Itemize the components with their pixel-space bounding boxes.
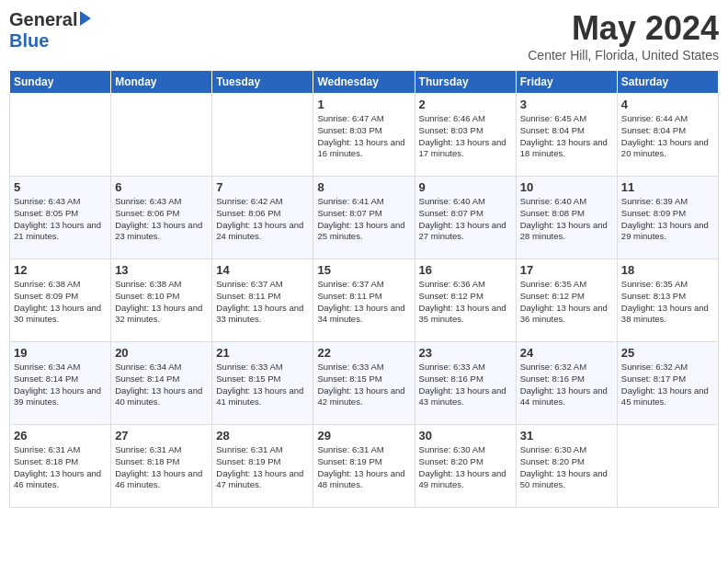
cell-detail: Sunrise: 6:33 AM Sunset: 8:15 PM Dayligh… <box>216 362 309 408</box>
day-number: 14 <box>216 263 309 277</box>
cell-detail: Sunrise: 6:33 AM Sunset: 8:16 PM Dayligh… <box>419 362 512 408</box>
day-header-tuesday: Tuesday <box>212 71 313 94</box>
day-number: 18 <box>621 263 714 277</box>
calendar-cell: 8Sunrise: 6:41 AM Sunset: 8:07 PM Daylig… <box>313 177 415 259</box>
cell-detail: Sunrise: 6:30 AM Sunset: 8:20 PM Dayligh… <box>520 444 613 491</box>
calendar-cell: 23Sunrise: 6:33 AM Sunset: 8:16 PM Dayli… <box>415 342 516 425</box>
cell-detail: Sunrise: 6:45 AM Sunset: 8:04 PM Dayligh… <box>520 113 613 160</box>
calendar-cell: 3Sunrise: 6:45 AM Sunset: 8:04 PM Daylig… <box>516 94 617 177</box>
calendar-cell: 2Sunrise: 6:46 AM Sunset: 8:03 PM Daylig… <box>415 94 516 177</box>
calendar-cell: 11Sunrise: 6:39 AM Sunset: 8:09 PM Dayli… <box>617 177 718 259</box>
calendar-cell: 20Sunrise: 6:34 AM Sunset: 8:14 PM Dayli… <box>111 342 212 425</box>
day-number: 15 <box>317 263 410 277</box>
day-number: 17 <box>520 263 613 277</box>
day-number: 8 <box>317 180 410 194</box>
calendar-cell: 30Sunrise: 6:30 AM Sunset: 8:20 PM Dayli… <box>415 425 516 508</box>
day-number: 4 <box>621 98 714 111</box>
week-row: 12Sunrise: 6:38 AM Sunset: 8:09 PM Dayli… <box>10 259 719 342</box>
cell-detail: Sunrise: 6:40 AM Sunset: 8:08 PM Dayligh… <box>520 196 613 243</box>
cell-detail: Sunrise: 6:47 AM Sunset: 8:03 PM Dayligh… <box>317 113 410 160</box>
calendar-cell: 26Sunrise: 6:31 AM Sunset: 8:18 PM Dayli… <box>10 425 111 508</box>
cell-detail: Sunrise: 6:31 AM Sunset: 8:18 PM Dayligh… <box>115 444 208 491</box>
calendar-cell: 25Sunrise: 6:32 AM Sunset: 8:17 PM Dayli… <box>617 342 718 425</box>
day-number: 13 <box>115 263 208 277</box>
logo-arrow-icon <box>80 11 91 26</box>
day-number: 26 <box>14 429 107 442</box>
day-number: 21 <box>216 346 309 360</box>
day-number: 25 <box>621 346 714 360</box>
day-number: 16 <box>419 263 512 277</box>
calendar-cell: 28Sunrise: 6:31 AM Sunset: 8:19 PM Dayli… <box>212 425 313 508</box>
day-header-friday: Friday <box>516 71 617 94</box>
week-row: 26Sunrise: 6:31 AM Sunset: 8:18 PM Dayli… <box>10 425 719 508</box>
calendar-cell: 19Sunrise: 6:34 AM Sunset: 8:14 PM Dayli… <box>10 342 111 425</box>
calendar-cell: 24Sunrise: 6:32 AM Sunset: 8:16 PM Dayli… <box>516 342 617 425</box>
day-number: 20 <box>115 346 208 360</box>
title-area: May 2024 Center Hill, Florida, United St… <box>528 9 719 63</box>
cell-detail: Sunrise: 6:42 AM Sunset: 8:06 PM Dayligh… <box>216 196 309 243</box>
calendar-cell: 10Sunrise: 6:40 AM Sunset: 8:08 PM Dayli… <box>516 177 617 259</box>
cell-detail: Sunrise: 6:38 AM Sunset: 8:10 PM Dayligh… <box>115 279 208 326</box>
calendar-cell: 7Sunrise: 6:42 AM Sunset: 8:06 PM Daylig… <box>212 177 313 259</box>
day-number: 22 <box>317 346 410 360</box>
day-number: 9 <box>419 180 512 194</box>
calendar-cell <box>111 94 212 177</box>
calendar-cell: 17Sunrise: 6:35 AM Sunset: 8:12 PM Dayli… <box>516 259 617 342</box>
day-number: 27 <box>115 429 208 442</box>
page-header: General Blue May 2024 Center Hill, Flori… <box>9 9 719 63</box>
cell-detail: Sunrise: 6:34 AM Sunset: 8:14 PM Dayligh… <box>115 362 208 408</box>
cell-detail: Sunrise: 6:46 AM Sunset: 8:03 PM Dayligh… <box>419 113 512 160</box>
day-number: 3 <box>520 98 613 111</box>
day-header-saturday: Saturday <box>617 71 718 94</box>
cell-detail: Sunrise: 6:38 AM Sunset: 8:09 PM Dayligh… <box>14 279 107 326</box>
week-row: 5Sunrise: 6:43 AM Sunset: 8:05 PM Daylig… <box>10 177 719 259</box>
cell-detail: Sunrise: 6:32 AM Sunset: 8:16 PM Dayligh… <box>520 362 613 408</box>
cell-detail: Sunrise: 6:36 AM Sunset: 8:12 PM Dayligh… <box>419 279 512 326</box>
day-number: 31 <box>520 429 613 442</box>
calendar-cell <box>212 94 313 177</box>
cell-detail: Sunrise: 6:43 AM Sunset: 8:06 PM Dayligh… <box>115 196 208 243</box>
calendar-cell: 1Sunrise: 6:47 AM Sunset: 8:03 PM Daylig… <box>313 94 415 177</box>
day-number: 5 <box>14 180 107 194</box>
month-title: May 2024 <box>528 9 719 48</box>
cell-detail: Sunrise: 6:30 AM Sunset: 8:20 PM Dayligh… <box>419 444 512 491</box>
calendar-cell: 4Sunrise: 6:44 AM Sunset: 8:04 PM Daylig… <box>617 94 718 177</box>
cell-detail: Sunrise: 6:41 AM Sunset: 8:07 PM Dayligh… <box>317 196 410 243</box>
day-number: 1 <box>317 98 410 111</box>
cell-detail: Sunrise: 6:31 AM Sunset: 8:19 PM Dayligh… <box>216 444 309 491</box>
day-number: 29 <box>317 429 410 442</box>
calendar-cell <box>10 94 111 177</box>
calendar-cell: 5Sunrise: 6:43 AM Sunset: 8:05 PM Daylig… <box>10 177 111 259</box>
calendar-table: SundayMondayTuesdayWednesdayThursdayFrid… <box>9 70 719 508</box>
cell-detail: Sunrise: 6:34 AM Sunset: 8:14 PM Dayligh… <box>14 362 107 408</box>
calendar-cell: 27Sunrise: 6:31 AM Sunset: 8:18 PM Dayli… <box>111 425 212 508</box>
day-number: 10 <box>520 180 613 194</box>
calendar-cell: 31Sunrise: 6:30 AM Sunset: 8:20 PM Dayli… <box>516 425 617 508</box>
logo-blue: Blue <box>9 30 49 52</box>
calendar-cell: 15Sunrise: 6:37 AM Sunset: 8:11 PM Dayli… <box>313 259 415 342</box>
calendar-cell: 21Sunrise: 6:33 AM Sunset: 8:15 PM Dayli… <box>212 342 313 425</box>
week-row: 19Sunrise: 6:34 AM Sunset: 8:14 PM Dayli… <box>10 342 719 425</box>
calendar-cell: 12Sunrise: 6:38 AM Sunset: 8:09 PM Dayli… <box>10 259 111 342</box>
cell-detail: Sunrise: 6:43 AM Sunset: 8:05 PM Dayligh… <box>14 196 107 243</box>
header-row: SundayMondayTuesdayWednesdayThursdayFrid… <box>10 71 719 94</box>
cell-detail: Sunrise: 6:37 AM Sunset: 8:11 PM Dayligh… <box>317 279 410 326</box>
cell-detail: Sunrise: 6:35 AM Sunset: 8:13 PM Dayligh… <box>621 279 714 326</box>
day-header-wednesday: Wednesday <box>313 71 415 94</box>
day-header-thursday: Thursday <box>415 71 516 94</box>
cell-detail: Sunrise: 6:33 AM Sunset: 8:15 PM Dayligh… <box>317 362 410 408</box>
calendar-cell <box>617 425 718 508</box>
calendar-cell: 29Sunrise: 6:31 AM Sunset: 8:19 PM Dayli… <box>313 425 415 508</box>
logo-general: General <box>9 9 77 30</box>
calendar-cell: 13Sunrise: 6:38 AM Sunset: 8:10 PM Dayli… <box>111 259 212 342</box>
week-row: 1Sunrise: 6:47 AM Sunset: 8:03 PM Daylig… <box>10 94 719 177</box>
calendar-cell: 9Sunrise: 6:40 AM Sunset: 8:07 PM Daylig… <box>415 177 516 259</box>
day-number: 30 <box>419 429 512 442</box>
logo: General Blue <box>9 9 91 52</box>
day-number: 19 <box>14 346 107 360</box>
day-header-monday: Monday <box>111 71 212 94</box>
day-header-sunday: Sunday <box>10 71 111 94</box>
cell-detail: Sunrise: 6:31 AM Sunset: 8:18 PM Dayligh… <box>14 444 107 491</box>
day-number: 6 <box>115 180 208 194</box>
cell-detail: Sunrise: 6:35 AM Sunset: 8:12 PM Dayligh… <box>520 279 613 326</box>
